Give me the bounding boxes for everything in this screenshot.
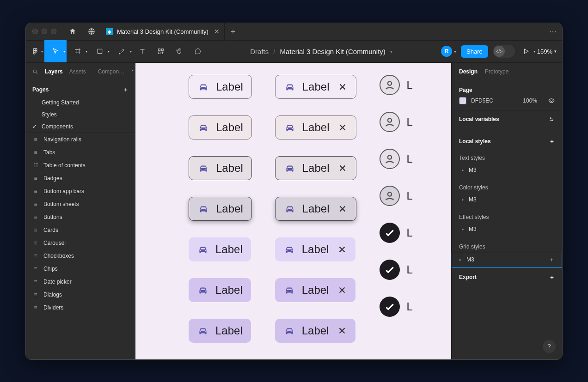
visibility-toggle[interactable] [548, 97, 555, 104]
frame-tool[interactable]: ▾ [67, 40, 89, 62]
page-opacity-value[interactable]: 100% [523, 97, 537, 104]
chip-avatar[interactable]: L [380, 149, 423, 169]
page-color-value[interactable]: DFD5EC [471, 97, 493, 104]
chip-tonal-close[interactable]: Label [275, 237, 356, 261]
add-style-button[interactable]: ＋ [549, 138, 555, 146]
layer-item[interactable]: ≡Buttons [26, 211, 135, 224]
home-button[interactable] [63, 23, 82, 40]
chip-tonal[interactable]: Label [189, 278, 251, 302]
page-item-active[interactable]: ✓ Components [26, 121, 135, 133]
close-icon[interactable] [337, 122, 348, 133]
present-button[interactable]: ▾ [520, 40, 533, 62]
breadcrumb[interactable]: Drafts / Material 3 Design Kit (Communit… [250, 48, 392, 55]
tab-prototype[interactable]: Prototype [485, 68, 508, 75]
dev-mode-toggle[interactable]: </> [493, 45, 515, 58]
layer-item[interactable]: ≡Dividers [26, 301, 135, 314]
close-icon[interactable] [337, 82, 348, 92]
style-item[interactable]: ▸M3 [459, 223, 555, 232]
search-button[interactable] [32, 69, 38, 75]
add-page-button[interactable]: ＋ [123, 86, 129, 94]
chip-tonal[interactable]: Label [189, 319, 251, 343]
layer-item[interactable]: ≡Tabs [26, 146, 135, 159]
close-icon[interactable] [337, 163, 348, 173]
settings-icon[interactable] [548, 116, 555, 122]
close-window-button[interactable] [32, 29, 38, 34]
chip-selected[interactable]: L [380, 260, 423, 280]
file-tab[interactable]: ◆ Material 3 Design Kit (Community) ✕ [101, 23, 225, 40]
layer-item[interactable]: ≡Navigation rails [26, 133, 135, 146]
chip-tonal-close[interactable]: Label [275, 319, 356, 343]
layer-item[interactable]: ≡Bottom app bars [26, 185, 135, 198]
cursor-icon [52, 48, 59, 55]
chip-filled[interactable]: Label [189, 115, 252, 139]
page-item[interactable]: Styles [26, 109, 135, 121]
community-button[interactable] [82, 23, 101, 40]
close-icon[interactable] [337, 204, 348, 214]
chip-filled-close[interactable]: Label [275, 115, 357, 139]
chevron-up-icon[interactable]: ⌃ [131, 69, 135, 74]
play-icon [523, 48, 529, 55]
close-tab-button[interactable]: ✕ [214, 28, 220, 35]
comment-tool[interactable] [189, 40, 207, 62]
search-icon [32, 69, 38, 75]
chip-elevated-close[interactable]: Label [275, 197, 357, 221]
style-item[interactable]: ▸M3 [459, 194, 555, 203]
style-item[interactable]: ▸M3 [459, 164, 555, 173]
add-grid-style-button[interactable]: ＋ [549, 256, 554, 264]
layer-item[interactable]: ≡Date picker [26, 275, 135, 288]
chip-selected[interactable]: L [380, 223, 423, 243]
chip-avatar[interactable]: L [380, 112, 423, 132]
tab-layers[interactable]: Layers [45, 68, 63, 75]
check-icon [380, 223, 400, 243]
chip-outlined-close[interactable]: Label [275, 75, 357, 99]
chip-filled[interactable]: Label [189, 156, 252, 180]
zoom-dropdown[interactable]: 159% ▾ [537, 48, 557, 55]
layer-item[interactable]: ≡Carousel [26, 236, 135, 249]
tab-components[interactable]: Compon… [98, 68, 124, 75]
style-item-active[interactable]: ▸M3 [459, 256, 474, 263]
chip-avatar[interactable]: L [380, 75, 423, 95]
pages-heading: Pages [32, 86, 49, 93]
layer-item[interactable]: ≡Bottom sheets [26, 198, 135, 211]
layer-item[interactable]: ≡Checkboxes [26, 249, 135, 262]
help-button[interactable]: ? [543, 340, 556, 353]
pen-tool[interactable]: ▾ [111, 40, 133, 62]
chip-tonal[interactable]: Label [189, 237, 251, 261]
titlebar-overflow-button[interactable]: ⋯ [544, 27, 562, 36]
layer-item[interactable]: ☷Table of contents [26, 159, 135, 172]
main-menu-button[interactable]: ▾ [26, 40, 44, 62]
breadcrumb-file: Material 3 Design Kit (Community) [280, 48, 385, 55]
shape-tool[interactable]: ▾ [89, 40, 111, 62]
tab-design[interactable]: Design [459, 68, 478, 75]
add-export-button[interactable]: ＋ [549, 273, 555, 281]
share-button[interactable]: Share [461, 45, 488, 58]
close-icon[interactable] [337, 326, 347, 336]
tab-assets[interactable]: Assets [69, 68, 86, 75]
move-tool[interactable]: ▾ [44, 40, 67, 62]
frame-icon: ≡ [32, 136, 39, 143]
close-icon[interactable] [337, 244, 347, 255]
minimize-window-button[interactable] [42, 29, 47, 34]
canvas[interactable]: Label Label Label Label Label Label Labe… [135, 63, 451, 359]
user-avatar-dropdown[interactable]: R ▾ [441, 46, 456, 57]
hand-tool[interactable] [170, 40, 189, 62]
car-icon [284, 81, 296, 93]
resources-tool[interactable] [152, 40, 170, 62]
maximize-window-button[interactable] [51, 29, 56, 34]
chip-tonal-close[interactable]: Label [275, 278, 356, 302]
chip-elevated[interactable]: Label [189, 197, 252, 221]
layer-item[interactable]: ≡Dialogs [26, 288, 135, 301]
chip-filled-close[interactable]: Label [275, 156, 357, 180]
new-tab-button[interactable]: ＋ [225, 27, 241, 36]
chip-avatar[interactable]: L [380, 186, 423, 206]
page-color-swatch[interactable] [459, 97, 466, 104]
page-item[interactable]: Getting Started [26, 97, 135, 109]
close-icon[interactable] [337, 285, 347, 295]
layer-item[interactable]: ≡Chips [26, 262, 135, 275]
layer-item[interactable]: ≡Badges [26, 172, 135, 185]
check-icon: ✓ [32, 123, 37, 130]
text-tool[interactable] [133, 40, 152, 62]
chip-outlined[interactable]: Label [189, 75, 252, 99]
layer-item[interactable]: ≡Cards [26, 224, 135, 236]
chip-selected[interactable]: L [380, 297, 423, 317]
